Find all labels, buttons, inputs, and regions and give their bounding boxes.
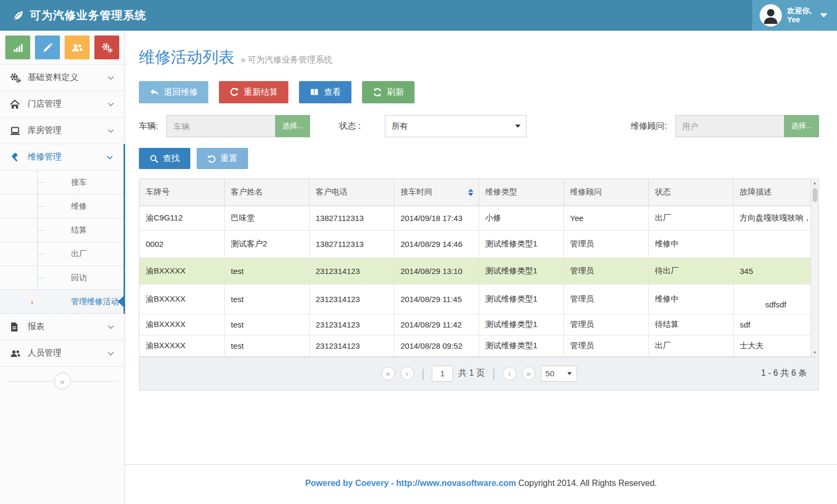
quick-settings-button[interactable] (94, 36, 119, 59)
subitem-label: 管理维修活动 (71, 297, 119, 307)
quick-users-button[interactable] (65, 36, 90, 59)
view-button[interactable]: 查看 (299, 81, 351, 103)
user-avatar-icon (760, 4, 782, 26)
resettle-button[interactable]: 重新结算 (219, 81, 288, 103)
sidebar-collapse-button[interactable]: « (54, 373, 71, 390)
button-label: 重置 (221, 153, 237, 164)
find-button[interactable]: 查找 (139, 148, 190, 169)
cell-status: 出厂 (648, 206, 733, 230)
cell-plate: 渝C9G112 (139, 206, 224, 230)
subitem-label: 出厂 (71, 249, 87, 259)
next-page-button[interactable]: › (503, 367, 516, 381)
cell-phone: 2312314123 (309, 258, 394, 284)
sidebar-item-reports[interactable]: 报表 (0, 314, 125, 340)
advisor-input-group: 选择... (675, 115, 819, 137)
sidebar-item-personnel-mgmt[interactable]: 人员管理 (0, 340, 125, 367)
sidebar-subitem-manage-activities[interactable]: › 管理维修活动 (0, 290, 124, 314)
vehicle-select-button[interactable]: 选择... (275, 115, 310, 137)
sidebar-subitem-return-visit[interactable]: 回访 (0, 266, 124, 290)
select-caret-icon (515, 125, 521, 128)
cell-type: 测试维修类型1 (479, 230, 563, 258)
chevron-down-icon (107, 127, 115, 135)
cell-status: 出厂 (648, 335, 733, 356)
sidebar-subitem-receive[interactable]: 接车 (0, 171, 124, 194)
sidebar-item-store-mgmt[interactable]: 门店管理 (0, 91, 125, 118)
cell-phone: 2312314123 (309, 314, 394, 335)
cell-plate: 渝BXXXXX (139, 314, 224, 335)
page-size-select[interactable]: 50 (541, 366, 577, 382)
table-scrollbar[interactable]: ▲ ▼ (810, 180, 818, 357)
page-number-input[interactable] (432, 366, 453, 382)
advisor-input[interactable] (675, 115, 784, 137)
repair-activity-table: 车牌号 客户姓名 客户电话 接车时间 维修类型 维修顾问 状态 故障描述 (139, 179, 819, 357)
app-title: 可为汽修业务管理系统 (30, 8, 146, 23)
table-row[interactable]: 0002 测试客户2 13827112313 2014/08/29 14:46 … (139, 230, 818, 258)
refresh-button[interactable]: 刷新 (362, 81, 415, 103)
table-row[interactable]: 渝BXXXXX test 2312314123 2014/08/28 09:52… (139, 335, 818, 356)
sidebar-item-base-data[interactable]: 基础资料定义 (0, 65, 125, 91)
main-content: 维修活动列表 » 可为汽修业务管理系统 退回维修 重新结算 查看 (125, 31, 837, 504)
scroll-down-icon[interactable]: ▼ (813, 349, 817, 357)
chevron-down-icon (107, 74, 115, 82)
sidebar-subitem-factory-out[interactable]: 出厂 (0, 242, 124, 266)
col-header-fault-desc[interactable]: 故障描述 (733, 179, 818, 206)
col-header-customer-name[interactable]: 客户姓名 (224, 179, 309, 206)
subitem-label: 维修 (71, 201, 87, 211)
cell-type: 小修 (479, 206, 563, 230)
sidebar-item-warehouse-mgmt[interactable]: 库房管理 (0, 118, 125, 144)
col-header-plate[interactable]: 车牌号 (139, 179, 224, 206)
cell-customer: test (224, 284, 309, 314)
chevron-down-icon (107, 100, 115, 109)
sidebar-subitem-repair[interactable]: 维修 (0, 194, 124, 218)
table-row[interactable]: 渝BXXXXX test 2312314123 2014/08/29 11:45… (139, 284, 818, 314)
col-header-receive-time[interactable]: 接车时间 (394, 179, 479, 206)
sidebar-subitem-settle[interactable]: 结算 (0, 218, 124, 242)
sidebar-item-repair-mgmt[interactable]: 维修管理 (0, 144, 124, 171)
refresh-icon (373, 87, 382, 97)
active-flag-icon (118, 295, 125, 308)
sidebar-item-label: 基础资料定义 (28, 72, 78, 83)
quick-stats-button[interactable] (5, 36, 30, 59)
top-header-bar: 可为汽修业务管理系统 欢迎你, Yee (0, 0, 837, 31)
prev-page-button[interactable]: ‹ (400, 367, 414, 381)
report-file-icon (10, 322, 21, 332)
sidebar: 基础资料定义 门店管理 库房管理 维修管理 接车 维修 结算 出厂 (0, 31, 125, 504)
gears-icon (10, 73, 21, 83)
advisor-select-button[interactable]: 选择... (784, 115, 819, 137)
status-select[interactable]: 所有 (385, 115, 526, 137)
vehicle-input[interactable] (166, 115, 275, 137)
pager-controls: « ‹ | 共 1 页 | › » 50 (381, 366, 577, 382)
select-caret-icon (567, 372, 571, 375)
sort-icon[interactable] (468, 189, 473, 196)
book-icon (310, 87, 319, 97)
footer: Powered by Coevery - http://www.novasoft… (125, 464, 837, 504)
cell-phone: 2312314123 (309, 335, 394, 356)
return-to-repair-button[interactable]: 退回维修 (139, 81, 208, 103)
table-row[interactable]: 渝C9G112 巴味堂 13827112313 2014/09/18 17:43… (139, 206, 818, 230)
quick-edit-button[interactable] (35, 36, 60, 59)
username: Yee (787, 15, 800, 24)
bar-chart-icon (13, 42, 23, 53)
button-label: 查看 (324, 87, 341, 98)
footer-link[interactable]: Powered by Coevery - http://www.novasoft… (305, 479, 516, 488)
pagination-bar: « ‹ | 共 1 页 | › » 50 1 - 6 共 6 条 (139, 357, 819, 391)
scrollbar-thumb[interactable] (813, 188, 817, 202)
page-title: 维修活动列表 (139, 47, 234, 68)
cell-advisor: 管理员 (563, 258, 648, 284)
sidebar-item-label: 报表 (28, 321, 45, 332)
col-header-customer-phone[interactable]: 客户电话 (309, 179, 394, 206)
scroll-up-icon[interactable]: ▲ (813, 180, 817, 187)
col-header-repair-type[interactable]: 维修类型 (479, 179, 563, 206)
last-page-button[interactable]: » (522, 367, 535, 381)
col-header-label: 接车时间 (401, 187, 433, 196)
cell-plate: 0002 (139, 230, 224, 258)
cell-plate: 渝BXXXXX (139, 335, 224, 356)
gavel-icon (10, 152, 21, 163)
col-header-status[interactable]: 状态 (648, 179, 733, 206)
first-page-button[interactable]: « (381, 367, 395, 381)
table-row-selected[interactable]: 渝BXXXXX test 2312314123 2014/08/29 13:10… (139, 258, 818, 284)
col-header-advisor[interactable]: 维修顾问 (563, 179, 648, 206)
table-row[interactable]: 渝BXXXXX test 2312314123 2014/08/29 11:42… (139, 314, 818, 335)
user-menu[interactable]: 欢迎你, Yee (752, 0, 837, 31)
reset-button[interactable]: 重置 (197, 148, 248, 169)
